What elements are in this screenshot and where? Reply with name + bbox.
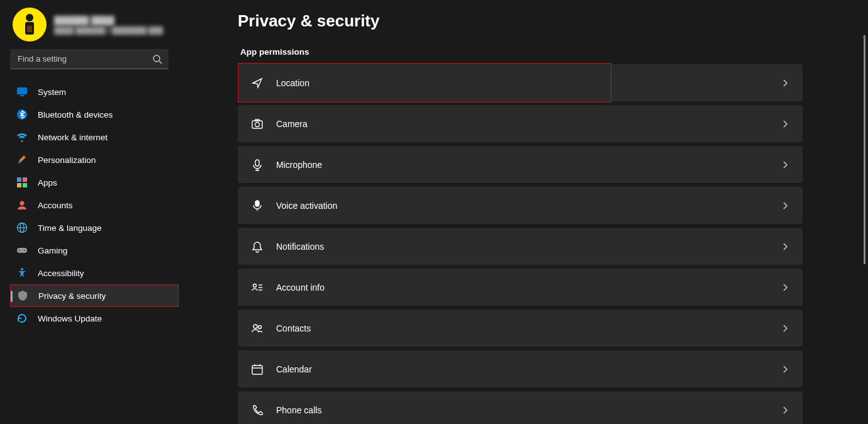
sidebar-item-privacy-security[interactable]: Privacy & security xyxy=(10,284,179,307)
card-voice-activation[interactable]: Voice activation xyxy=(238,187,803,224)
account-info-icon xyxy=(251,281,264,294)
svg-point-25 xyxy=(253,284,257,287)
card-contacts[interactable]: Contacts xyxy=(238,310,803,347)
card-camera[interactable]: Camera xyxy=(238,105,803,142)
svg-rect-22 xyxy=(255,120,259,121)
avatar xyxy=(13,8,47,42)
system-icon xyxy=(16,86,28,98)
sidebar: ██████ ████ ████.██████@███████.███ Syst… xyxy=(0,0,189,424)
card-phone-calls[interactable]: Phone calls xyxy=(238,391,803,424)
chevron-right-icon xyxy=(781,406,789,415)
location-row-wrap: Location xyxy=(238,64,803,101)
sidebar-item-label: Windows Update xyxy=(38,314,102,323)
card-microphone[interactable]: Microphone xyxy=(238,146,803,183)
location-icon xyxy=(251,77,264,89)
card-label: Account info xyxy=(276,282,781,293)
card-label: Camera xyxy=(276,119,781,129)
scrollbar-thumb[interactable] xyxy=(864,38,865,264)
chevron-right-icon xyxy=(781,242,789,251)
sidebar-item-windows-update[interactable]: Windows Update xyxy=(10,307,179,330)
chevron-right-icon xyxy=(781,120,789,128)
sidebar-item-personalization[interactable]: Personalization xyxy=(10,148,179,171)
sidebar-item-label: Apps xyxy=(38,178,57,187)
apps-icon xyxy=(16,177,28,188)
sidebar-item-label: Accounts xyxy=(38,201,73,210)
card-label: Contacts xyxy=(276,323,781,333)
bell-icon xyxy=(251,240,264,253)
page-title: Privacy & security xyxy=(238,11,868,31)
bluetooth-icon xyxy=(16,109,28,120)
chevron-right-icon xyxy=(781,324,789,333)
globe-clock-icon xyxy=(16,222,28,233)
profile-block[interactable]: ██████ ████ ████.██████@███████.███ xyxy=(10,8,179,42)
permission-cards: Location Camera Microphone Voice activat… xyxy=(238,64,803,424)
camera-icon xyxy=(251,118,264,130)
sidebar-item-label: Time & language xyxy=(38,223,102,233)
card-notifications[interactable]: Notifications xyxy=(238,228,803,265)
svg-rect-2 xyxy=(27,26,32,32)
sidebar-item-time-language[interactable]: Time & language xyxy=(10,216,179,239)
svg-rect-6 xyxy=(20,95,24,96)
paintbrush-icon xyxy=(16,154,28,165)
scrollbar[interactable] xyxy=(863,38,867,264)
svg-rect-5 xyxy=(17,87,27,94)
sidebar-item-network[interactable]: Network & internet xyxy=(10,126,179,148)
voice-activation-icon xyxy=(251,199,264,212)
svg-rect-23 xyxy=(255,160,259,166)
svg-rect-16 xyxy=(17,248,27,253)
settings-app: ██████ ████ ████.██████@███████.███ Syst… xyxy=(0,0,868,424)
microphone-icon xyxy=(251,159,264,171)
card-calendar[interactable]: Calendar xyxy=(238,350,803,388)
sidebar-item-label: Network & internet xyxy=(38,133,108,142)
search-box xyxy=(10,49,169,69)
chevron-right-icon xyxy=(781,365,789,374)
svg-point-12 xyxy=(20,201,25,206)
svg-rect-9 xyxy=(23,177,27,182)
sidebar-item-label: Privacy & security xyxy=(38,291,106,301)
main-content: Privacy & security App permissions Locat… xyxy=(189,0,868,424)
search-icon xyxy=(152,54,162,64)
chevron-right-icon xyxy=(781,283,789,292)
svg-point-30 xyxy=(259,325,262,328)
section-header: App permissions xyxy=(238,47,868,57)
svg-point-18 xyxy=(24,250,25,251)
shield-icon xyxy=(17,290,28,301)
sidebar-item-label: Accessibility xyxy=(38,269,84,278)
search-input[interactable] xyxy=(10,49,169,69)
svg-point-0 xyxy=(26,14,33,21)
contacts-icon xyxy=(251,322,264,335)
chevron-right-icon xyxy=(781,79,789,87)
profile-email: ████.██████@███████.███ xyxy=(54,26,163,34)
card-label: Voice activation xyxy=(276,201,781,211)
sidebar-item-label: Bluetooth & devices xyxy=(38,110,113,120)
svg-line-4 xyxy=(159,61,162,64)
svg-rect-11 xyxy=(23,183,27,187)
chevron-right-icon xyxy=(781,160,789,169)
card-location[interactable]: Location xyxy=(238,63,611,103)
sidebar-item-apps[interactable]: Apps xyxy=(10,171,179,194)
svg-point-19 xyxy=(21,268,23,271)
update-icon xyxy=(16,313,28,324)
card-account-info[interactable]: Account info xyxy=(238,269,803,306)
chevron-right-icon xyxy=(781,201,789,210)
sidebar-item-label: System xyxy=(38,87,66,97)
sidebar-item-gaming[interactable]: Gaming xyxy=(10,239,179,262)
svg-rect-10 xyxy=(17,183,21,187)
sidebar-item-label: Personalization xyxy=(38,155,96,165)
profile-name: ██████ ████ xyxy=(54,16,163,25)
svg-rect-31 xyxy=(252,365,262,374)
card-label: Location xyxy=(276,78,598,88)
svg-point-29 xyxy=(253,325,257,328)
sidebar-item-bluetooth[interactable]: Bluetooth & devices xyxy=(10,103,179,126)
card-label: Notifications xyxy=(276,242,781,252)
card-label: Calendar xyxy=(276,364,781,374)
phone-icon xyxy=(251,404,264,416)
card-label: Phone calls xyxy=(276,405,781,415)
calendar-icon xyxy=(251,363,264,376)
accessibility-icon xyxy=(16,267,28,279)
sidebar-item-accounts[interactable]: Accounts xyxy=(10,194,179,216)
svg-point-17 xyxy=(19,250,20,251)
sidebar-item-accessibility[interactable]: Accessibility xyxy=(10,262,179,284)
sidebar-item-system[interactable]: System xyxy=(10,81,179,103)
sidebar-nav: System Bluetooth & devices Network & int… xyxy=(10,81,179,330)
